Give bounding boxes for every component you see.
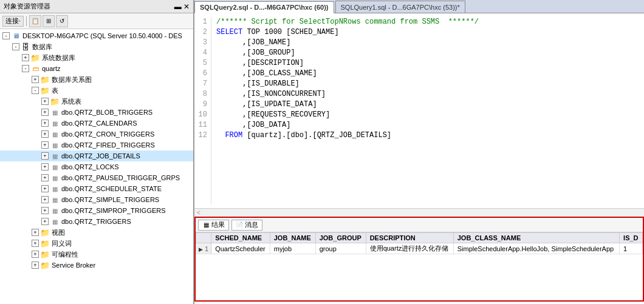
tables-expand[interactable]: - <box>32 87 39 94</box>
table-icon-6: ▦ <box>50 162 60 172</box>
t3-label: dbo.QRTZ_CRON_TRIGGERS <box>61 130 154 138</box>
t7-label: dbo.QRTZ_PAUSED_TRIGGER_GRPS <box>61 174 180 181</box>
cell-sched-name: QuartzScheduler <box>211 243 270 254</box>
sql-line-7: ,[IS_DURABLE] <box>216 79 644 89</box>
sb-icon: 📁 <box>40 260 50 270</box>
table-job-details[interactable]: + ▦ dbo.QRTZ_JOB_DETAILS <box>0 150 193 161</box>
t4-label: dbo.QRTZ_FIRED_TRIGGERS <box>61 141 155 149</box>
col-is-d: IS_D <box>620 233 643 243</box>
t4-expand[interactable]: + <box>41 141 49 149</box>
quartz-db-label: quartz <box>42 65 61 72</box>
tables-folder[interactable]: - 📁 表 <box>0 85 193 96</box>
quartz-db-node[interactable]: - 🗃 quartz <box>0 63 193 74</box>
table-locks[interactable]: + ▦ dbo.QRTZ_LOCKS <box>0 161 193 172</box>
sql-line-11: ,[JOB_DATA] <box>216 120 644 130</box>
programmability-folder[interactable]: + 📁 可编程性 <box>0 249 193 260</box>
system-databases-folder[interactable]: + 📁 系统数据库 <box>0 52 193 63</box>
t11-expand[interactable]: + <box>41 218 49 225</box>
table-icon-3: ▦ <box>50 129 60 139</box>
col-sched-name: SCHED_NAME <box>211 233 270 243</box>
cell-is-d: 1 <box>620 243 643 254</box>
sql-code[interactable]: /****** Script for SelectTopNRows comman… <box>216 17 644 204</box>
results-tab[interactable]: ▦ 结果 <box>198 220 229 231</box>
db-diagrams-folder[interactable]: + 📁 数据库关系图 <box>0 74 193 85</box>
filter-btn[interactable]: ⊞ <box>43 15 55 27</box>
table-cron-triggers[interactable]: + ▦ dbo.QRTZ_CRON_TRIGGERS <box>0 129 193 140</box>
views-folder[interactable]: + 📁 视图 <box>0 227 193 238</box>
server-node[interactable]: - 🖥 DESKTOP-M6GA7PC (SQL Server 10.50.40… <box>0 30 193 41</box>
t10-expand[interactable]: + <box>41 207 49 214</box>
toolbar-separator <box>26 16 27 26</box>
tab-sqlquery1[interactable]: SQLQuery1.sql - D...6GA7PC\hxc (53))* <box>335 1 465 13</box>
t5-expand[interactable]: + <box>41 152 49 160</box>
connect-button[interactable]: 连接· <box>2 16 24 27</box>
sb-expand[interactable]: + <box>32 262 39 269</box>
panel-pin-icon[interactable]: ▬ ✕ <box>174 2 190 11</box>
system-tables-icon: 📁 <box>50 96 60 106</box>
table-icon-11: ▦ <box>50 217 60 226</box>
table-icon-10: ▦ <box>50 206 60 215</box>
results-grid-icon: ▦ <box>202 221 210 229</box>
system-databases-expand[interactable]: + <box>22 54 29 61</box>
t3-expand[interactable]: + <box>41 130 49 138</box>
cell-job-name: myjob <box>270 243 315 254</box>
table-paused-trigger-grps[interactable]: + ▦ dbo.QRTZ_PAUSED_TRIGGER_GRPS <box>0 172 193 183</box>
system-databases-icon: 📁 <box>30 53 40 62</box>
t8-expand[interactable]: + <box>41 185 49 192</box>
sql-line-8: ,[IS_NONCONCURRENT] <box>216 89 644 100</box>
t6-expand[interactable]: + <box>41 163 49 171</box>
cell-job-group: group <box>315 243 366 254</box>
synonyms-label: 同义词 <box>52 239 72 248</box>
cell-job-class-name: SimpleSchedulerApp.HelloJob, SimpleSched… <box>453 243 619 254</box>
t9-expand[interactable]: + <box>41 196 49 203</box>
table-simple-triggers[interactable]: + ▦ dbo.QRTZ_SIMPLE_TRIGGERS <box>0 194 193 205</box>
new-query-btn[interactable]: 📋 <box>29 15 41 27</box>
sql-line-5: ,[DESCRIPTION] <box>216 58 644 69</box>
quartz-db-expand[interactable]: - <box>22 65 29 72</box>
synonyms-folder[interactable]: + 📁 同义词 <box>0 238 193 249</box>
sql-line-1: /****** Script for SelectTopNRows comman… <box>216 17 644 27</box>
t7-expand[interactable]: + <box>41 174 49 181</box>
messages-tab[interactable]: 📄 消息 <box>231 220 262 231</box>
results-tab-label: 结果 <box>211 220 225 229</box>
table-calendars[interactable]: + ▦ dbo.QRTZ_CALENDARS <box>0 118 193 129</box>
table-triggers[interactable]: + ▦ dbo.QRTZ_TRIGGERS <box>0 216 193 227</box>
table-blob-triggers[interactable]: + ▦ dbo.QRTZ_BLOB_TRIGGERS <box>0 107 193 118</box>
sb-label: Service Broker <box>52 262 95 269</box>
t1-expand[interactable]: + <box>41 109 49 116</box>
refresh-btn[interactable]: ↺ <box>56 15 68 27</box>
synonyms-expand[interactable]: + <box>32 240 39 247</box>
system-tables-label: 系统表 <box>61 97 81 106</box>
tab-bar: SQLQuery2.sql - D...-M6GA7PC\hxc (60)) S… <box>194 0 644 13</box>
t11-label: dbo.QRTZ_TRIGGERS <box>61 218 131 225</box>
prog-expand[interactable]: + <box>32 251 39 258</box>
col-description: DESCRIPTION <box>366 233 453 243</box>
databases-expand[interactable]: - <box>12 43 19 50</box>
service-broker-folder[interactable]: + 📁 Service Broker <box>0 260 193 271</box>
sql-line-12: FROM [quartz].[dbo].[QRTZ_JOB_DETAILS] <box>216 130 644 141</box>
tab-sqlquery2[interactable]: SQLQuery2.sql - D...-M6GA7PC\hxc (60)) <box>194 1 334 13</box>
table-fired-triggers[interactable]: + ▦ dbo.QRTZ_FIRED_TRIGGERS <box>0 140 193 150</box>
sql-editor[interactable]: 12345 678910 1112 /****** Script for Sel… <box>194 13 644 208</box>
table-row[interactable]: ▶ 1 QuartzScheduler myjob group 使用quartz… <box>196 243 643 254</box>
quartz-db-icon: 🗃 <box>30 64 40 73</box>
t2-expand[interactable]: + <box>41 120 49 127</box>
line-numbers: 12345 678910 1112 <box>197 17 211 204</box>
col-rownum <box>196 233 211 243</box>
sql-line-10: ,[REQUESTS_RECOVERY] <box>216 110 644 120</box>
sql-line-6: ,[JOB_CLASS_NAME] <box>216 69 644 79</box>
sql-line-4: ,[JOB_GROUP] <box>216 48 644 58</box>
table-simprop-triggers[interactable]: + ▦ dbo.QRTZ_SIMPROP_TRIGGERS <box>0 205 193 216</box>
table-scheduler-state[interactable]: + ▦ dbo.QRTZ_SCHEDULER_STATE <box>0 183 193 194</box>
system-tables-folder[interactable]: + 📁 系统表 <box>0 96 193 107</box>
db-diagrams-expand[interactable]: + <box>32 76 39 83</box>
results-table: SCHED_NAME JOB_NAME JOB_GROUP DESCRIPTIO… <box>196 232 643 254</box>
views-expand[interactable]: + <box>32 229 39 236</box>
t1-label: dbo.QRTZ_BLOB_TRIGGERS <box>61 109 152 116</box>
row-num-1: ▶ 1 <box>196 243 211 254</box>
system-tables-expand[interactable]: + <box>41 98 49 105</box>
server-expand[interactable]: - <box>2 32 10 39</box>
table-icon-7: ▦ <box>50 173 60 183</box>
databases-folder[interactable]: - 🗄 数据库 <box>0 41 193 52</box>
row-number: 1 <box>205 245 208 252</box>
